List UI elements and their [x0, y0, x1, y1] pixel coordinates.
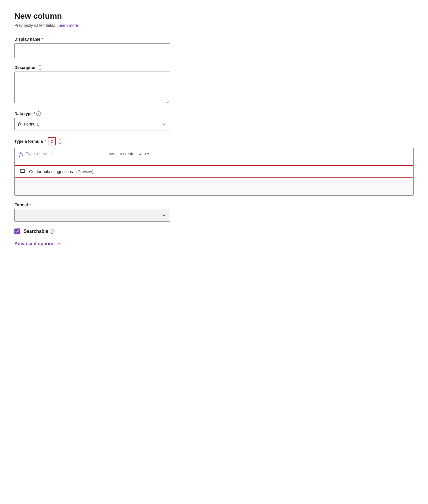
formula-placeholder: Type a formula [26, 151, 53, 156]
checkbox-checkmark-icon [16, 230, 19, 233]
description-group: Description i [14, 65, 414, 104]
chat-icon [20, 169, 26, 175]
formula-area-empty [15, 178, 413, 195]
page-title: New column [14, 12, 414, 21]
data-type-required-star: * [34, 111, 35, 116]
searchable-label: Searchable i [24, 229, 54, 234]
data-type-select-wrapper: fx Formula [14, 118, 170, 130]
preview-badge: (Preview) [76, 169, 93, 174]
formula-fx-icon: fx [18, 122, 22, 126]
format-select[interactable] [14, 209, 170, 222]
description-input[interactable] [14, 72, 170, 103]
data-type-select[interactable]: fx Formula [14, 118, 170, 130]
searchable-row: Searchable i [14, 228, 414, 234]
formula-section: Type a formula * i fx Type a formula men… [14, 137, 414, 196]
description-info-icon[interactable]: i [38, 65, 42, 70]
format-select-wrapper [14, 209, 170, 222]
display-name-group: Display name * [14, 37, 414, 58]
advanced-options-chevron-icon [57, 241, 61, 246]
suggestion-label: Get formula suggestions [29, 169, 73, 174]
display-name-label: Display name * [14, 37, 414, 42]
learn-more-link[interactable]: Learn more [57, 23, 78, 28]
data-type-info-icon[interactable]: i [36, 111, 41, 116]
subtitle: Previously called fields. Learn more [14, 23, 414, 28]
data-type-label: Data type * i [14, 111, 414, 116]
advanced-options-label: Advanced options [14, 241, 54, 246]
format-section: Format * [14, 203, 414, 222]
formula-label-row: Type a formula * i [14, 137, 414, 145]
searchable-checkbox[interactable] [14, 228, 20, 234]
advanced-options-row[interactable]: Advanced options [14, 241, 414, 246]
formula-input-area: fx Type a formula menu to create it with… [14, 148, 414, 196]
formula-fx-symbol: fx [19, 152, 23, 157]
formula-label: Type a formula [14, 139, 43, 144]
chevron-down-icon [162, 122, 166, 126]
formula-ai-hint: menu to create it with AI. [108, 151, 152, 156]
expand-icon[interactable] [48, 137, 56, 145]
required-star: * [42, 37, 43, 42]
description-label: Description i [14, 65, 414, 70]
format-label: Format * [14, 203, 414, 207]
formula-input-inner[interactable]: fx Type a formula menu to create it with… [15, 148, 413, 165]
formula-suggestion-item[interactable]: Get formula suggestions (Preview) [15, 166, 413, 177]
formula-info-icon[interactable]: i [58, 139, 62, 144]
formula-dropdown: Get formula suggestions (Preview) [15, 165, 413, 178]
display-name-input[interactable] [14, 43, 170, 58]
data-type-group: Data type * i fx Formula [14, 111, 414, 130]
formula-required-star: * [45, 139, 46, 144]
searchable-info-icon[interactable]: i [50, 229, 54, 234]
format-chevron-down-icon [162, 213, 166, 218]
svg-rect-0 [20, 169, 24, 173]
format-required-star: * [29, 203, 31, 207]
